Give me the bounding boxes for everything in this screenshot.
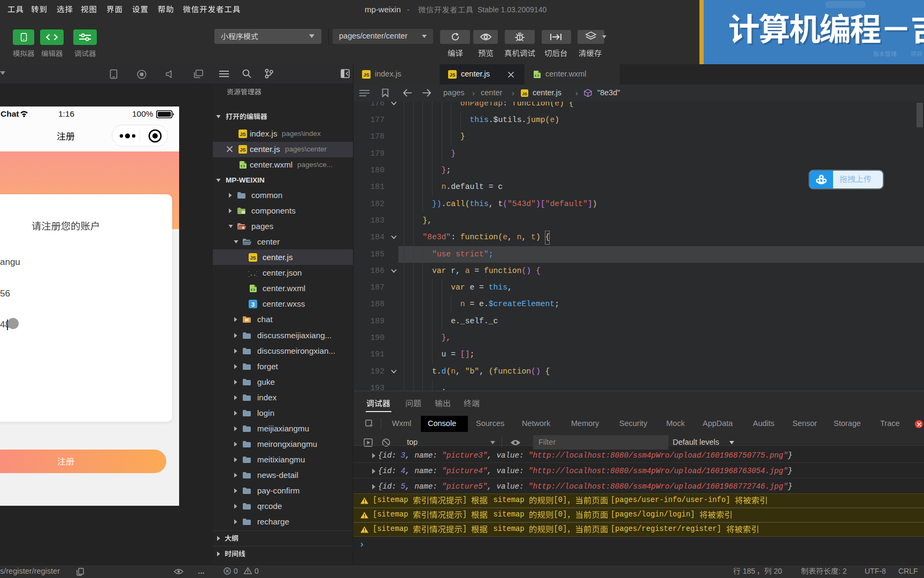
- svg-text:3: 3: [251, 301, 255, 308]
- svg-text:JS: JS: [250, 255, 256, 261]
- svg-text:JS: JS: [240, 147, 245, 153]
- svg-text:JS: JS: [363, 72, 369, 78]
- svg-text:{..}: {..}: [249, 271, 257, 277]
- svg-text:JS: JS: [449, 72, 455, 78]
- svg-text:JS: JS: [240, 132, 245, 137]
- svg-text:JS: JS: [522, 92, 527, 96]
